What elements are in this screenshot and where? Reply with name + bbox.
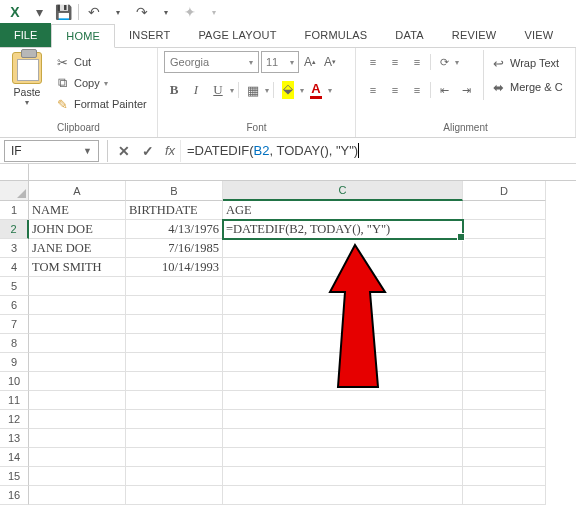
cell[interactable] [126, 429, 223, 448]
touch-dropdown-icon[interactable]: ▾ [203, 2, 225, 22]
orientation-icon[interactable]: ⟳ [433, 51, 455, 73]
row-header[interactable]: 3 [0, 239, 29, 258]
copy-button[interactable]: ⧉ Copy ▾ [52, 73, 149, 93]
cell[interactable] [223, 277, 463, 296]
save-icon[interactable]: 💾 [52, 2, 74, 22]
cell[interactable]: JOHN DOE [29, 220, 126, 239]
cell[interactable] [126, 391, 223, 410]
cell[interactable] [463, 334, 546, 353]
cell[interactable] [223, 467, 463, 486]
cell[interactable]: 4/13/1976 [126, 220, 223, 239]
tab-view[interactable]: VIEW [510, 23, 567, 47]
cell[interactable] [223, 391, 463, 410]
cell[interactable] [463, 258, 546, 277]
cell[interactable] [463, 429, 546, 448]
cell[interactable] [223, 296, 463, 315]
align-top-icon[interactable]: ≡ [362, 51, 384, 73]
fx-icon[interactable]: fx [160, 143, 180, 158]
row-header[interactable]: 1 [0, 201, 29, 220]
merge-center-button[interactable]: ⬌ Merge & C [490, 76, 563, 98]
tab-insert[interactable]: INSERT [115, 23, 184, 47]
cell[interactable] [29, 296, 126, 315]
align-center-icon[interactable]: ≡ [384, 79, 406, 101]
decrease-font-icon[interactable]: A▾ [321, 51, 339, 73]
cell[interactable] [223, 258, 463, 277]
cell[interactable] [223, 410, 463, 429]
col-header[interactable]: C [223, 181, 463, 201]
align-middle-icon[interactable]: ≡ [384, 51, 406, 73]
row-header[interactable]: 11 [0, 391, 29, 410]
undo-icon[interactable]: ↶ [83, 2, 105, 22]
worksheet-grid[interactable]: 1 2 3 4 5 6 7 8 9 10 11 12 13 14 15 16 A… [0, 181, 576, 505]
redo-icon[interactable]: ↷ [131, 2, 153, 22]
cell[interactable] [29, 391, 126, 410]
italic-button[interactable]: I [186, 79, 206, 101]
row-header[interactable]: 10 [0, 372, 29, 391]
fill-color-button[interactable]: ⬙ [278, 79, 298, 101]
redo-dropdown-icon[interactable]: ▾ [155, 2, 177, 22]
cell[interactable] [29, 429, 126, 448]
cell[interactable] [126, 334, 223, 353]
cell[interactable] [223, 448, 463, 467]
cell[interactable] [29, 315, 126, 334]
formula-input[interactable]: =DATEDIF(B2, TODAY(), "Y") [180, 140, 576, 162]
cell[interactable]: TOM SMITH [29, 258, 126, 277]
tab-home[interactable]: HOME [51, 24, 115, 48]
cell[interactable] [463, 410, 546, 429]
undo-dropdown-icon[interactable]: ▾ [107, 2, 129, 22]
cell[interactable] [126, 277, 223, 296]
cell[interactable] [223, 334, 463, 353]
align-right-icon[interactable]: ≡ [406, 79, 428, 101]
cell[interactable] [223, 239, 463, 258]
enter-formula-button[interactable]: ✓ [136, 140, 160, 162]
cell[interactable]: JANE DOE [29, 239, 126, 258]
font-color-button[interactable]: A [306, 79, 326, 101]
wrap-text-button[interactable]: ↩ Wrap Text [490, 52, 563, 74]
paste-button[interactable]: Paste ▾ [6, 50, 48, 107]
row-header[interactable]: 2 [0, 220, 29, 239]
cell[interactable] [29, 486, 126, 505]
cell[interactable]: NAME [29, 201, 126, 220]
row-header[interactable]: 15 [0, 467, 29, 486]
cell[interactable] [126, 315, 223, 334]
cancel-formula-button[interactable]: ✕ [112, 140, 136, 162]
tab-file[interactable]: FILE [0, 23, 51, 47]
cell[interactable] [126, 296, 223, 315]
format-painter-button[interactable]: ✎ Format Painter [52, 94, 149, 114]
cell[interactable] [126, 486, 223, 505]
cell[interactable] [126, 353, 223, 372]
cell[interactable] [463, 391, 546, 410]
row-header[interactable]: 8 [0, 334, 29, 353]
bold-button[interactable]: B [164, 79, 184, 101]
qat-dropdown-icon[interactable]: ▾ [28, 2, 50, 22]
cell[interactable] [223, 315, 463, 334]
cell[interactable] [223, 486, 463, 505]
touch-mode-icon[interactable]: ✦ [179, 2, 201, 22]
cell[interactable]: BIRTHDATE [126, 201, 223, 220]
cell[interactable] [463, 239, 546, 258]
cell[interactable] [463, 467, 546, 486]
tab-formulas[interactable]: FORMULAS [291, 23, 382, 47]
cell[interactable]: 7/16/1985 [126, 239, 223, 258]
tab-page-layout[interactable]: PAGE LAYOUT [184, 23, 290, 47]
align-left-icon[interactable]: ≡ [362, 79, 384, 101]
select-all-corner[interactable] [0, 181, 29, 201]
cell[interactable] [463, 201, 546, 220]
row-header[interactable]: 16 [0, 486, 29, 505]
row-header[interactable]: 6 [0, 296, 29, 315]
cut-button[interactable]: ✂ Cut [52, 52, 149, 72]
row-header[interactable]: 7 [0, 315, 29, 334]
col-header[interactable]: A [29, 181, 126, 201]
increase-font-icon[interactable]: A▴ [301, 51, 319, 73]
cell[interactable] [29, 372, 126, 391]
cell[interactable] [463, 277, 546, 296]
cell[interactable] [463, 315, 546, 334]
chevron-down-icon[interactable]: ▼ [83, 146, 92, 156]
cell[interactable] [126, 372, 223, 391]
row-header[interactable]: 12 [0, 410, 29, 429]
tab-review[interactable]: REVIEW [438, 23, 511, 47]
cell[interactable]: 10/14/1993 [126, 258, 223, 277]
cell[interactable] [463, 296, 546, 315]
row-header[interactable]: 9 [0, 353, 29, 372]
row-header[interactable]: 13 [0, 429, 29, 448]
